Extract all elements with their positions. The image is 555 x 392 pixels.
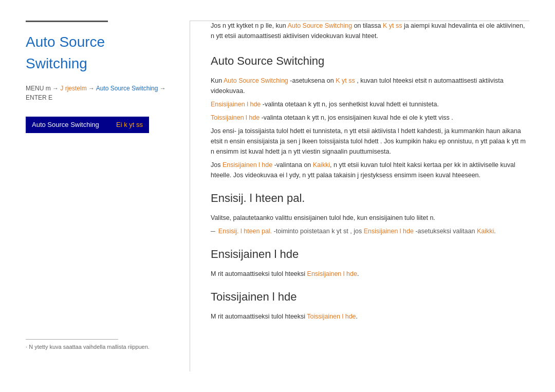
section2-note-text: Ensisij. l hteen pal. -toiminto poisteta…: [218, 226, 496, 236]
section3-ensisijainen: Ensisijainen l hde: [307, 270, 357, 277]
intro-auto-source: Auto Source Switching: [287, 22, 352, 29]
breadcrumb-arrow1: →: [87, 85, 96, 92]
section1-toissijainen: Toissijainen l hde: [211, 114, 260, 121]
section1-ensisijainen: Ensisijainen l hde: [211, 101, 261, 108]
section1-title: Auto Source Switching: [211, 52, 529, 69]
footnote-rule: [26, 339, 118, 340]
page: Auto Source Switching MENU m → J rjestel…: [0, 0, 555, 392]
section2-p1: Valitse, palautetaanko valittu ensisijai…: [211, 213, 529, 223]
breadcrumb-part1: J rjestelm: [60, 85, 86, 92]
section3-p1: M rit automaattiseksi tulol hteeksi Ensi…: [211, 269, 529, 279]
section4-toissijainen: Toissijainen l hde: [307, 313, 356, 320]
section1-p2: Ensisijainen l hde -valinta otetaan k yt…: [211, 99, 529, 109]
section1-kaikki: Kaikki: [313, 161, 330, 169]
section4-p1: M rit automaattiseksi tulol hteeksi Tois…: [211, 311, 529, 322]
right-panel: Jos n ytt kytket n p lle, kun Auto Sourc…: [190, 21, 529, 371]
menu-item-box[interactable]: Auto Source Switching Ei k yt ss: [26, 117, 149, 133]
intro-kaytossa: K yt ss: [383, 22, 402, 29]
section2-note-ensisijainen: Ensisijainen l hde: [364, 228, 414, 235]
section2-title: Ensisij. l hteen pal.: [211, 190, 529, 207]
section1-p3: Toissijainen l hde -valinta otetaan k yt…: [211, 113, 529, 123]
breadcrumb: MENU m → J rjestelm → Auto Source Switch…: [26, 84, 169, 102]
breadcrumb-prefix: MENU m →: [26, 85, 60, 92]
section1-ensisijainen2: Ensisijainen l hde: [223, 161, 272, 169]
section1-p1: Kun Auto Source Switching -asetuksena on…: [211, 76, 529, 96]
section1-p5: Jos Ensisijainen l hde -valintana on Kai…: [211, 160, 529, 180]
top-horizontal-rule: [190, 21, 529, 21]
menu-item-value: Ei k yt ss: [116, 120, 143, 130]
section2-note: ─ Ensisij. l hteen pal. -toiminto poiste…: [211, 226, 529, 236]
left-footnote: · N ytetty kuva saattaa vaihdella mallis…: [26, 339, 159, 351]
section2-note-ensisij: Ensisij. l hteen pal.: [218, 228, 272, 235]
section4-body: M rit automaattiseksi tulol hteeksi Tois…: [211, 311, 529, 322]
top-rule-decoration: [26, 21, 108, 22]
menu-item-label: Auto Source Switching: [32, 120, 99, 130]
section4-title: Toissijainen l hde: [211, 288, 529, 305]
section3-body: M rit automaattiseksi tulol hteeksi Ensi…: [211, 269, 529, 279]
footnote-text: · N ytetty kuva saattaa vaihdella mallis…: [26, 343, 159, 351]
section1-body: Kun Auto Source Switching -asetuksena on…: [211, 76, 529, 180]
intro-paragraph: Jos n ytt kytket n p lle, kun Auto Sourc…: [211, 21, 529, 41]
left-panel: Auto Source Switching MENU m → J rjestel…: [26, 21, 190, 371]
page-title: Auto Source Switching: [26, 31, 169, 74]
dash-symbol: ─: [211, 226, 215, 236]
section3-title: Ensisijainen l hde: [211, 246, 529, 263]
section1-kaytossa: K yt ss: [336, 77, 355, 84]
breadcrumb-part2: Auto Source Switching: [96, 85, 158, 92]
section1-auto-source: Auto Source Switching: [224, 77, 288, 84]
section2-body: Valitse, palautetaanko valittu ensisijai…: [211, 213, 529, 236]
section2-note-kaikki: Kaikki: [477, 228, 494, 235]
section1-p4: Jos ensi- ja toissijaista tulol hdett ei…: [211, 126, 529, 157]
